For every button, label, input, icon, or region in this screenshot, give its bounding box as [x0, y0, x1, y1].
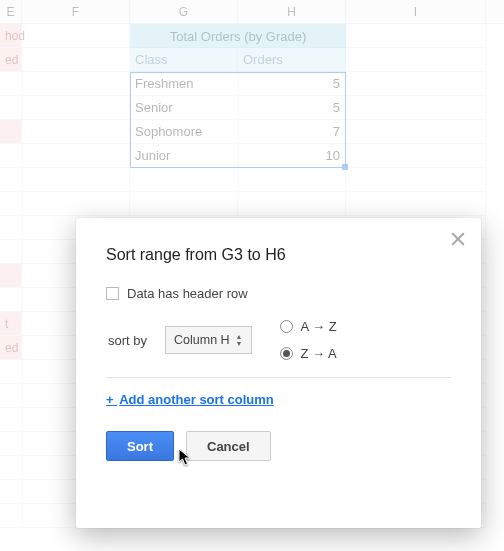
cancel-button[interactable]: Cancel: [186, 431, 271, 461]
cell[interactable]: [238, 168, 346, 192]
cell[interactable]: [22, 192, 130, 216]
cell[interactable]: [22, 120, 130, 144]
header-row-checkbox-wrap[interactable]: Data has header row: [106, 286, 451, 301]
col-header-e[interactable]: E: [0, 0, 22, 23]
table-row-class[interactable]: Junior: [130, 144, 238, 168]
divider: [106, 377, 451, 378]
table-title[interactable]: [238, 24, 346, 48]
cell[interactable]: [0, 456, 22, 480]
cell[interactable]: [0, 192, 22, 216]
cell[interactable]: [0, 72, 22, 96]
stepper-icon: ▲▼: [236, 333, 243, 347]
add-sort-column-link[interactable]: + Add another sort column: [106, 392, 274, 407]
cell-frag-ed[interactable]: ed: [0, 48, 22, 72]
sort-button[interactable]: Sort: [106, 431, 174, 461]
cell[interactable]: [346, 24, 486, 48]
radio-a-to-z[interactable]: A → Z: [280, 319, 337, 334]
table-title-left[interactable]: [130, 24, 238, 48]
dialog-title: Sort range from G3 to H6: [106, 246, 451, 264]
col-header-h[interactable]: H: [238, 0, 346, 23]
cell[interactable]: [22, 48, 130, 72]
radio-z-to-a[interactable]: Z → A: [280, 346, 337, 361]
sort-column-select[interactable]: Column H ▲▼: [165, 326, 252, 354]
cell[interactable]: [0, 408, 22, 432]
cell[interactable]: [0, 240, 22, 264]
cell[interactable]: [0, 384, 22, 408]
radio-za-label: Z → A: [301, 346, 337, 361]
cell[interactable]: [346, 72, 486, 96]
sort-range-dialog: Sort range from G3 to H6 Data has header…: [76, 218, 481, 528]
close-icon[interactable]: [449, 230, 467, 248]
table-row-class[interactable]: Freshmen: [130, 72, 238, 96]
checkbox-icon[interactable]: [106, 287, 119, 300]
col-header-g[interactable]: G: [130, 0, 238, 23]
cell[interactable]: [346, 120, 486, 144]
table-row-orders[interactable]: 5: [238, 72, 346, 96]
header-class[interactable]: Class: [130, 48, 238, 72]
table-row-class[interactable]: Senior: [130, 96, 238, 120]
sort-column-value: Column H: [174, 333, 230, 347]
cell[interactable]: [130, 168, 238, 192]
radio-icon[interactable]: [280, 320, 293, 333]
cell[interactable]: [0, 96, 22, 120]
cell[interactable]: [22, 96, 130, 120]
cell[interactable]: [0, 360, 22, 384]
cell[interactable]: [346, 192, 486, 216]
cell[interactable]: [0, 144, 22, 168]
col-header-i[interactable]: I: [346, 0, 486, 23]
cell[interactable]: [0, 264, 22, 288]
cell[interactable]: [22, 168, 130, 192]
cell[interactable]: [0, 288, 22, 312]
table-row-orders[interactable]: 5: [238, 96, 346, 120]
cell[interactable]: [130, 192, 238, 216]
cell[interactable]: ed: [0, 336, 22, 360]
cell[interactable]: [346, 168, 486, 192]
cell[interactable]: [346, 96, 486, 120]
column-header-row: E F G H I: [0, 0, 504, 24]
cell[interactable]: [22, 72, 130, 96]
cell[interactable]: [22, 24, 130, 48]
cell[interactable]: [0, 504, 22, 528]
cell-frag-hod[interactable]: hod: [0, 24, 22, 48]
cell[interactable]: [0, 168, 22, 192]
sort-by-label: sort by: [106, 333, 147, 348]
cell[interactable]: [0, 432, 22, 456]
header-orders[interactable]: Orders: [238, 48, 346, 72]
cell[interactable]: [22, 144, 130, 168]
cell[interactable]: [0, 216, 22, 240]
radio-az-label: A → Z: [301, 319, 337, 334]
cell[interactable]: [346, 144, 486, 168]
table-row-class[interactable]: Sophomore: [130, 120, 238, 144]
radio-icon[interactable]: [280, 347, 293, 360]
table-row-orders[interactable]: 7: [238, 120, 346, 144]
header-row-checkbox-label: Data has header row: [127, 286, 248, 301]
cell[interactable]: [0, 480, 22, 504]
cell[interactable]: [238, 192, 346, 216]
cell[interactable]: [0, 120, 22, 144]
col-header-f[interactable]: F: [22, 0, 130, 23]
cell[interactable]: t: [0, 312, 22, 336]
cell[interactable]: [346, 48, 486, 72]
table-row-orders[interactable]: 10: [238, 144, 346, 168]
